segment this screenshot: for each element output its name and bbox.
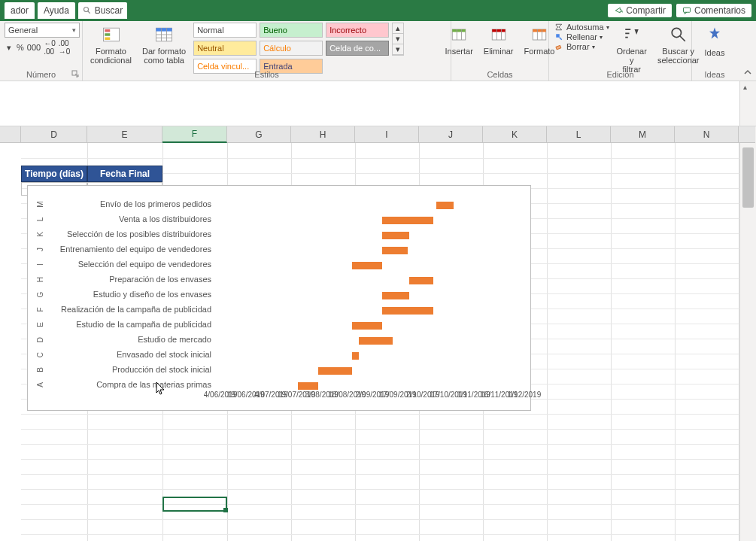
style-gallery-scroll[interactable]: ▴ ▾ ▾ — [392, 23, 404, 56]
svg-rect-15 — [452, 29, 466, 32]
chart-category-label: FRealización de la campaña de publicidad — [34, 302, 214, 317]
share-icon — [614, 6, 623, 15]
gantt-chart[interactable]: MEnvío de los primeros pedidosLVenta a l… — [27, 185, 531, 411]
chart-bar — [298, 382, 318, 390]
column-header-M[interactable]: M — [611, 126, 675, 143]
comments-button[interactable]: Comentarios — [676, 4, 751, 17]
column-header-J[interactable]: J — [419, 126, 483, 143]
style-celda[interactable]: Celda de co... — [326, 41, 389, 56]
group-editing-label: Edición — [606, 70, 633, 79]
chart-bar — [382, 247, 408, 254]
format-as-table-icon — [153, 24, 175, 45]
percent-button[interactable]: % — [17, 43, 24, 52]
chart-category-label: CEnvasado del stock inicial — [34, 347, 214, 362]
ribbon: General ▾ % 000 ←0.00 .00→0 Número Forma… — [0, 21, 756, 81]
chart-category-label: GEstudio y diseño de los envases — [34, 287, 214, 302]
chart-category-label: KSelección de los posibles distribuidore… — [34, 226, 214, 242]
chart-bar — [382, 232, 409, 239]
column-headers[interactable]: DEFGHIJKLMN — [0, 126, 756, 143]
column-header-K[interactable]: K — [483, 126, 547, 143]
svg-rect-27 — [556, 45, 561, 50]
delete-label: Eliminar — [484, 47, 514, 56]
fill-icon — [554, 32, 564, 41]
column-header-I[interactable]: I — [355, 126, 419, 143]
sort-filter-button[interactable]: Ordenar y filtrar — [614, 23, 650, 75]
group-number: General ▾ % 000 ←0.00 .00→0 Número — [0, 21, 83, 81]
column-header-H[interactable]: H — [291, 126, 355, 143]
cursor-icon — [156, 381, 165, 395]
delete-cells-button[interactable]: Eliminar — [481, 23, 517, 57]
style-incorrecto[interactable]: Incorrecto — [326, 23, 389, 38]
active-cell[interactable] — [162, 497, 227, 512]
ribbon-tab-ayuda[interactable]: Ayuda — [38, 2, 75, 19]
group-ideas: Ideas Ideas — [692, 21, 737, 81]
cell-styles-gallery[interactable]: Normal Bueno Incorrecto Neutral Cálculo … — [193, 23, 390, 75]
dialog-launcher-icon[interactable] — [71, 70, 79, 78]
chart-bar — [352, 262, 382, 269]
fill-button[interactable]: Rellenar▾ — [554, 32, 609, 41]
ribbon-tab-fragment[interactable]: ador — [5, 2, 35, 19]
svg-rect-19 — [492, 29, 506, 32]
clear-button[interactable]: Borrar▾ — [554, 42, 609, 51]
column-header-L[interactable]: L — [547, 126, 611, 143]
insert-label: Insertar — [445, 47, 473, 56]
sigma-icon — [554, 23, 564, 32]
table-header-fecha: Fecha Final — [87, 166, 162, 182]
ideas-button[interactable]: Ideas — [701, 23, 728, 59]
gallery-down-icon[interactable]: ▾ — [393, 34, 403, 44]
chart-bar — [318, 367, 352, 375]
comma-button[interactable]: 000 — [27, 43, 41, 52]
svg-point-28 — [672, 28, 681, 37]
column-header-G[interactable]: G — [227, 126, 291, 143]
tell-me-search[interactable]: Buscar — [78, 2, 127, 19]
autosum-button[interactable]: Autosuma▾ — [554, 23, 609, 32]
decrease-decimal-button[interactable]: .00→0 — [59, 39, 71, 56]
comments-icon — [682, 6, 691, 15]
style-bueno[interactable]: Bueno — [260, 23, 323, 38]
gallery-up-icon[interactable]: ▴ — [393, 23, 403, 34]
worksheet-grid[interactable]: Tiempo (días) Fecha Final 12 13/08/2019 … — [0, 143, 756, 541]
column-header-F[interactable]: F — [162, 126, 227, 143]
style-normal[interactable]: Normal — [193, 23, 257, 38]
insert-cells-button[interactable]: Insertar — [442, 23, 476, 57]
sort-filter-icon — [621, 24, 642, 45]
group-number-label: Número — [26, 70, 56, 79]
style-neutral[interactable]: Neutral — [193, 41, 257, 56]
group-styles: Formato condicional Dar formato como tab… — [83, 21, 451, 81]
gallery-more-icon[interactable]: ▾ — [393, 44, 403, 55]
number-format-combo[interactable]: General — [5, 23, 80, 38]
share-button[interactable]: Compartir — [608, 4, 672, 17]
chart-bar — [359, 337, 393, 345]
increase-decimal-button[interactable]: ←0.00 — [44, 39, 56, 56]
format-as-table-label: Dar formato como tabla — [142, 47, 186, 65]
find-icon — [668, 24, 689, 45]
autosum-label: Autosuma — [566, 23, 604, 32]
select-all-corner[interactable] — [0, 126, 21, 143]
scrollbar-thumb[interactable] — [742, 147, 754, 208]
number-format-value: General — [8, 26, 38, 35]
insert-icon — [448, 24, 469, 45]
formula-bar-scroll[interactable]: ▴ — [739, 81, 756, 126]
format-as-table-button[interactable]: Dar formato como tabla — [139, 23, 189, 66]
chart-category-label: LVenta a los distribuidores — [34, 211, 214, 226]
chart-category-label: JEntrenamiento del equipo de vendedores — [34, 242, 214, 257]
chart-category-label: MEnvío de los primeros pedidos — [34, 196, 214, 211]
chart-bar — [352, 322, 382, 330]
group-ideas-label: Ideas — [705, 70, 725, 79]
fill-label: Rellenar — [566, 32, 597, 41]
column-header-N[interactable]: N — [675, 126, 739, 143]
accounting-format-button[interactable]: ▾ — [5, 41, 14, 54]
style-calculo[interactable]: Cálculo — [260, 41, 323, 56]
collapse-ribbon-icon[interactable] — [742, 67, 753, 78]
svg-rect-9 — [156, 28, 172, 31]
svg-rect-26 — [556, 34, 560, 38]
column-header-E[interactable]: E — [87, 126, 162, 143]
share-label: Compartir — [626, 5, 666, 16]
vertical-scrollbar[interactable] — [739, 143, 756, 541]
chart-category-label: ACompra de las materias primas — [34, 377, 214, 392]
conditional-formatting-button[interactable]: Formato condicional — [87, 23, 135, 66]
column-header-D[interactable]: D — [21, 126, 87, 143]
format-icon — [529, 24, 550, 45]
chart-x-tick: 1/12/2019 — [508, 391, 542, 399]
chart-bar — [436, 202, 453, 209]
